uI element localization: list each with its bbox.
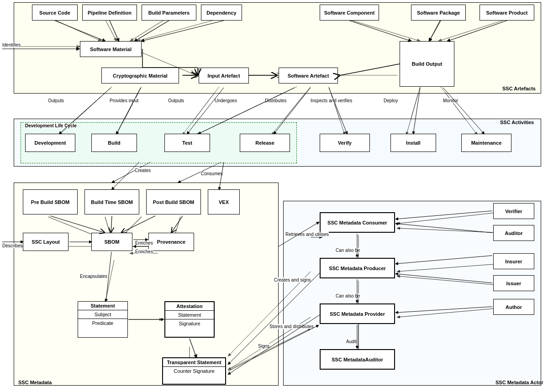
can-also-be2-label: Can also be <box>336 293 360 298</box>
install-box: Install <box>390 134 436 152</box>
auditor-box: Auditor <box>493 225 534 241</box>
input-artefact-box: Input Artefact <box>199 68 249 84</box>
inspects-label: Inspects and verifies <box>311 98 352 103</box>
can-also-be1-label: Can also be <box>336 248 360 253</box>
insurer-box: Insurer <box>493 253 534 269</box>
stores-label: Stores and distributes <box>269 324 314 329</box>
ssc-metadata-producer-box: SSC Metadata Producer <box>320 258 395 278</box>
development-box: Development <box>25 134 75 152</box>
outputs1-label: Outputs <box>48 98 64 103</box>
ssc-metadata-label: SSC Metadata <box>18 380 52 385</box>
build-box: Build <box>91 134 137 152</box>
pipeline-definition-box: Pipeline Definition <box>82 5 137 21</box>
transparent-statement-counter: Counter Signature <box>163 367 225 375</box>
ssc-artefacts-label: SSC Artefacts <box>502 86 536 91</box>
outputs2-label: Outputs <box>168 98 184 103</box>
ssc-activities-label: SSC Activities <box>500 120 534 125</box>
statement-predicate: Predicate <box>78 319 127 327</box>
ssc-metadata-actor-label: SSC Metadata Actor <box>495 380 543 385</box>
test-box: Test <box>164 134 210 152</box>
attestation-header: Attestation <box>165 302 214 311</box>
verifier-box: Verifier <box>493 203 534 219</box>
software-artefact-box: Software Artefact <box>279 68 338 84</box>
creates-label: Creates <box>135 168 151 173</box>
ssc-layout-box: SSC Layout <box>23 233 68 251</box>
retrieves-label: Retrieves and utilises <box>285 232 329 237</box>
provides-input-label: Provides input <box>110 98 138 103</box>
author-box: Author <box>493 299 534 315</box>
creates-signs-label: Creates and signs <box>274 277 311 282</box>
attestation-signature: Signature <box>165 319 214 328</box>
software-package-box: Software Package <box>411 5 466 21</box>
identifies-label: Identifies <box>2 42 21 47</box>
describes-label: Describes <box>2 243 22 248</box>
ssc-metadata-consumer-box: SSC Metadata Consumer <box>320 212 395 233</box>
sbom-box: SBOM <box>91 233 132 251</box>
deploy-label: Deploy <box>384 98 398 103</box>
post-build-sbom-box: Post Build SBOM <box>146 189 201 214</box>
consumes-label: Consumes <box>201 171 223 176</box>
source-code-box: Source Code <box>32 5 78 21</box>
build-output-box: Build Output <box>400 41 454 87</box>
software-material-box: Software Material <box>80 41 142 57</box>
enriches2-label: Enriches <box>135 249 153 254</box>
distributes-label: Distributes <box>265 98 286 103</box>
enriches1-label: Enriches <box>135 240 153 246</box>
transparent-statement-box: Transparent Statement Counter Signature <box>162 357 226 385</box>
provenance-box: Provenance <box>148 233 194 251</box>
signs-label: Signs <box>258 344 269 349</box>
attestation-box: Attestation Statement Signature <box>164 301 215 338</box>
build-time-sbom-box: Build Time SBOM <box>84 189 139 214</box>
monitor-label: Monitor <box>443 98 458 103</box>
software-product-box: Software Product <box>480 5 534 21</box>
maintenance-box: Maintenance <box>461 134 511 152</box>
ssc-metadata-auditor-box: SSC MetadataAuditor <box>320 349 395 370</box>
statement-subject: Subject <box>78 310 127 319</box>
issuer-box: Issuer <box>493 275 534 291</box>
encapsulates-label: Encapsulates <box>80 274 107 279</box>
vex-box: VEX <box>208 189 240 214</box>
pre-build-sbom-box: Pre Build SBOM <box>23 189 78 214</box>
dev-lifecycle-label: Development Life Cycle <box>25 123 77 128</box>
audit-label: Audit <box>346 339 357 344</box>
statement-box: Statement Subject Predicate <box>78 301 128 338</box>
cryptographic-material-box: Cryptographic Material <box>101 68 179 84</box>
verify-box: Verify <box>320 134 370 152</box>
attestation-statement: Statement <box>165 311 214 319</box>
ssc-metadata-provider-box: SSC Metadata Provider <box>320 303 395 324</box>
software-component-box: Software Component <box>320 5 379 21</box>
dependency-box: Dependency <box>201 5 242 21</box>
release-box: Release <box>240 134 290 152</box>
statement-header: Statement <box>78 302 127 310</box>
undergoes-label: Undergoes <box>215 98 237 103</box>
transparent-statement-header: Transparent Statement <box>163 358 225 367</box>
build-parameters-box: Build Parameters <box>142 5 196 21</box>
